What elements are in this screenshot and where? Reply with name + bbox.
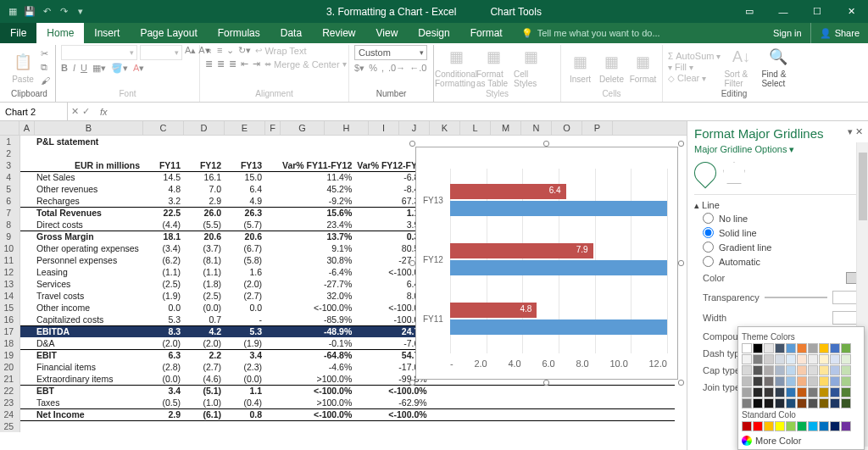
- color-swatch[interactable]: [742, 376, 752, 386]
- paste-button[interactable]: 📋Paste: [8, 51, 37, 84]
- opt-no-line[interactable]: No line: [703, 213, 861, 224]
- color-swatch[interactable]: [841, 376, 851, 386]
- color-swatch[interactable]: [841, 387, 851, 397]
- col-header[interactable]: O: [552, 121, 582, 135]
- color-swatch[interactable]: [764, 387, 774, 397]
- enter-icon[interactable]: ✓: [82, 106, 90, 117]
- percent-icon[interactable]: %: [369, 63, 377, 74]
- prop-width[interactable]: Width: [703, 311, 861, 325]
- undo-icon[interactable]: ↶: [39, 4, 54, 19]
- color-swatch[interactable]: [808, 421, 818, 431]
- delete-button[interactable]: ▦Delete: [598, 51, 626, 84]
- color-swatch[interactable]: [830, 365, 840, 375]
- cell-styles-button[interactable]: ▦Cell Styles: [514, 46, 548, 88]
- color-swatch[interactable]: [764, 376, 774, 386]
- number-format-select[interactable]: Custom: [354, 45, 427, 60]
- taskpane-subtitle[interactable]: Major Gridline Options ▾: [694, 144, 861, 155]
- sort-filter-button[interactable]: A↓Sort & Filter: [724, 46, 758, 88]
- col-header[interactable]: A: [19, 121, 35, 135]
- maximize-icon[interactable]: ☐: [800, 0, 834, 23]
- color-swatch[interactable]: [808, 376, 818, 386]
- fill-color-icon[interactable]: 🪣▾: [111, 63, 128, 74]
- color-swatch[interactable]: [841, 398, 851, 408]
- chart-bar[interactable]: [450, 201, 667, 216]
- color-swatch[interactable]: [764, 354, 774, 364]
- color-swatch[interactable]: [786, 354, 796, 364]
- align-center-icon[interactable]: ≣: [217, 58, 225, 69]
- color-swatch[interactable]: [742, 398, 752, 408]
- worksheet[interactable]: ABCDEFGHIJKLMNOP 1P&L statement23EUR in …: [0, 121, 687, 450]
- col-header[interactable]: L: [460, 121, 491, 135]
- color-swatch[interactable]: [775, 398, 785, 408]
- indent-dec-icon[interactable]: ⇤: [241, 58, 248, 69]
- color-swatch[interactable]: [819, 376, 829, 386]
- prop-color[interactable]: Color: [703, 272, 861, 284]
- color-swatch[interactable]: [808, 387, 818, 397]
- color-swatch[interactable]: [742, 421, 752, 431]
- share-button[interactable]: 👤Share: [810, 23, 868, 43]
- format-table-button[interactable]: ▦Format as Table: [476, 46, 510, 88]
- more-colors[interactable]: More Color: [742, 432, 860, 446]
- color-swatch[interactable]: [753, 376, 763, 386]
- col-header[interactable]: D: [184, 121, 225, 135]
- color-swatch[interactable]: [819, 398, 829, 408]
- color-swatch[interactable]: [830, 387, 840, 397]
- color-swatch[interactable]: [841, 365, 851, 375]
- cut-icon[interactable]: ✂: [41, 48, 50, 59]
- comma-icon[interactable]: ,: [381, 63, 384, 74]
- cond-format-button[interactable]: ▦Conditional Formatting: [439, 46, 473, 88]
- column-headers[interactable]: ABCDEFGHIJKLMNOP: [0, 121, 687, 136]
- color-swatch[interactable]: [742, 387, 752, 397]
- col-header[interactable]: M: [491, 121, 521, 135]
- color-swatch[interactable]: [830, 343, 840, 353]
- col-header[interactable]: J: [399, 121, 430, 135]
- border-icon[interactable]: ▦▾: [92, 63, 106, 74]
- color-swatch[interactable]: [830, 376, 840, 386]
- chart-bar[interactable]: 6.4: [450, 184, 566, 199]
- resize-handle[interactable]: [678, 141, 684, 147]
- opt-gradient-line[interactable]: Gradient line: [703, 242, 861, 253]
- color-swatch[interactable]: [819, 421, 829, 431]
- effects-icon[interactable]: [723, 162, 745, 184]
- color-swatch[interactable]: [797, 343, 807, 353]
- color-swatch[interactable]: [797, 354, 807, 364]
- color-swatch[interactable]: [797, 398, 807, 408]
- chart-bar[interactable]: 7.9: [450, 243, 593, 258]
- color-swatch[interactable]: [775, 376, 785, 386]
- color-swatch[interactable]: [797, 365, 807, 375]
- col-header[interactable]: E: [225, 121, 265, 135]
- font-color-icon[interactable]: A▾: [133, 63, 144, 74]
- opt-solid-line[interactable]: Solid line: [703, 227, 861, 238]
- color-swatch[interactable]: [753, 343, 763, 353]
- color-swatch[interactable]: [830, 421, 840, 431]
- tab-review[interactable]: Review: [312, 23, 365, 43]
- indent-inc-icon[interactable]: ⇥: [253, 58, 260, 69]
- color-swatch[interactable]: [830, 398, 840, 408]
- color-swatch[interactable]: [808, 343, 818, 353]
- color-swatch[interactable]: [775, 421, 785, 431]
- format-painter-icon[interactable]: 🖌: [41, 75, 50, 86]
- color-swatch[interactable]: [819, 354, 829, 364]
- tab-file[interactable]: File: [0, 23, 36, 43]
- align-bot-icon[interactable]: ⌄: [226, 45, 234, 56]
- col-header[interactable]: G: [281, 121, 325, 135]
- paint-bucket-icon[interactable]: [690, 158, 721, 189]
- color-swatch[interactable]: [841, 354, 851, 364]
- color-swatch[interactable]: [830, 354, 840, 364]
- orient-icon[interactable]: ↻▾: [238, 45, 251, 56]
- ribbon-options-icon[interactable]: ▭: [732, 0, 766, 23]
- color-swatch[interactable]: [786, 343, 796, 353]
- color-swatch[interactable]: [775, 343, 785, 353]
- bold-icon[interactable]: B: [61, 63, 68, 74]
- color-swatch[interactable]: [841, 343, 851, 353]
- color-swatch[interactable]: [775, 365, 785, 375]
- tab-format[interactable]: Format: [460, 23, 513, 43]
- merge-center[interactable]: ⬌ Merge & Center▾: [264, 58, 347, 69]
- taskpane-close-icon[interactable]: ▾ ✕: [848, 126, 863, 137]
- prop-transparency[interactable]: Transparency: [703, 291, 861, 304]
- close-icon[interactable]: ✕: [834, 0, 868, 23]
- grow-font-icon[interactable]: A▴: [185, 45, 196, 60]
- clear[interactable]: ◇ Clear▾: [668, 73, 721, 83]
- color-swatch[interactable]: [797, 376, 807, 386]
- color-swatch[interactable]: [786, 421, 796, 431]
